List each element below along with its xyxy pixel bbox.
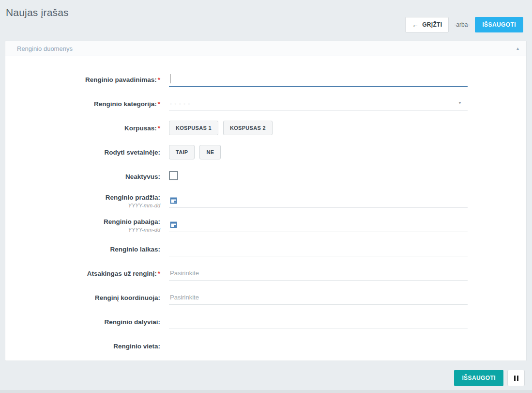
- top-actions: ← GRĮŽTI -arba- IŠSAUGOTI: [405, 17, 523, 32]
- left-arrow-icon: ←: [412, 22, 419, 27]
- field-row-renginio-pabaiga: Renginio pabaiga: YYYY-mm-dd: [5, 213, 526, 237]
- event-form: Renginio pavadinimas:* Renginio kategori…: [5, 56, 526, 358]
- responsible-person-input[interactable]: [169, 266, 468, 281]
- back-button[interactable]: ← GRĮŽTI: [405, 17, 449, 32]
- location-input[interactable]: [169, 339, 468, 353]
- field-row-korpusas: Korpusas:* KOSPUSAS 1 KOSPUSAS 2: [5, 116, 526, 140]
- field-row-renginio-pavadinimas: Renginio pavadinimas:*: [5, 67, 526, 92]
- field-label: Rodyti svetainėje:: [104, 149, 160, 156]
- field-label: Renginio kategorija:*: [94, 100, 160, 108]
- back-button-label: GRĮŽTI: [422, 21, 442, 28]
- required-marker: *: [158, 76, 160, 83]
- korpusas-1-button[interactable]: KOSPUSAS 1: [169, 121, 218, 135]
- field-row-rodyti-svetaineje: Rodyti svetainėje: TAIP NE: [5, 140, 526, 164]
- field-row-renginio-vieta: Renginio vieta:: [5, 334, 526, 358]
- field-label: Renginio pabaiga:: [104, 218, 160, 225]
- event-data-panel: Renginio duomenys ▴ Renginio pavadinimas…: [5, 41, 527, 361]
- panel-header[interactable]: Renginio duomenys ▴: [5, 41, 526, 56]
- top-header: Naujas įrašas ← GRĮŽTI -arba- IŠSAUGOTI: [0, 0, 532, 41]
- field-row-renginio-laikas: Renginio laikas:: [5, 237, 526, 261]
- pause-button[interactable]: [507, 370, 525, 386]
- field-label: Atsakingas už renginį:*: [87, 270, 160, 277]
- event-title-input[interactable]: [169, 72, 468, 87]
- field-label: Renginio laikas:: [110, 246, 160, 253]
- save-button-bottom[interactable]: IŠSAUGOTI: [454, 370, 503, 386]
- field-row-neaktyvus: Neaktyvus:: [5, 164, 526, 189]
- field-row-renginio-kategorija: Renginio kategorija:* - - - - - ▼: [5, 92, 526, 116]
- korpusas-2-button[interactable]: KOSPUSAS 2: [223, 121, 273, 135]
- event-start-date-input[interactable]: [169, 193, 468, 208]
- participants-input[interactable]: [169, 314, 468, 329]
- page-title: Naujas įrašas: [6, 7, 69, 18]
- event-end-date-input[interactable]: [169, 218, 468, 232]
- text-cursor: [170, 74, 170, 83]
- pause-icon: [514, 376, 518, 381]
- inactive-checkbox[interactable]: [169, 171, 178, 180]
- field-row-renginio-dalyviai: Renginio dalyviai:: [5, 310, 526, 334]
- required-marker: *: [158, 270, 160, 277]
- select-value: - - - - -: [170, 100, 190, 107]
- calendar-icon[interactable]: [170, 221, 177, 230]
- field-label: Renginio dalyviai:: [104, 318, 160, 326]
- footer-actions: IŠSAUGOTI: [454, 370, 525, 386]
- field-label: Renginio vieta:: [113, 343, 160, 350]
- chevron-up-icon[interactable]: ▴: [517, 46, 519, 51]
- date-format-hint: YYYY-mm-dd: [5, 227, 160, 234]
- save-button-top[interactable]: IŠSAUGOTI: [475, 17, 523, 32]
- event-category-select[interactable]: - - - - -: [169, 96, 468, 111]
- field-label: Renginį koordinuoja:: [95, 294, 160, 301]
- or-separator-label: -arba-: [454, 21, 470, 28]
- required-marker: *: [158, 125, 160, 132]
- field-row-atsakingas-uz-rengini: Atsakingas už renginį:*: [5, 261, 526, 285]
- window-bottom-edge: [0, 390, 532, 393]
- chevron-down-icon: ▼: [458, 101, 462, 105]
- field-row-renginio-pradzia: Renginio pradžia: YYYY-mm-dd: [5, 189, 526, 213]
- field-label: Neaktyvus:: [125, 173, 160, 180]
- calendar-icon[interactable]: [170, 197, 177, 206]
- date-format-hint: YYYY-mm-dd: [5, 203, 160, 209]
- panel-title: Renginio duomenys: [17, 45, 73, 52]
- field-label: Renginio pradžia:: [106, 194, 160, 201]
- show-on-website-button-group: TAIP NE: [169, 145, 468, 159]
- field-label: Renginio pavadinimas:*: [85, 76, 160, 83]
- required-marker: *: [158, 100, 160, 108]
- yes-button[interactable]: TAIP: [169, 145, 195, 159]
- field-label: Korpusas:*: [124, 125, 160, 132]
- field-row-rengini-koordinuoja: Renginį koordinuoja:: [5, 285, 526, 310]
- event-time-input[interactable]: [169, 242, 468, 256]
- no-button[interactable]: NE: [199, 145, 221, 159]
- coordinator-input[interactable]: [169, 290, 468, 305]
- korpusas-button-group: KOSPUSAS 1 KOSPUSAS 2: [169, 121, 468, 135]
